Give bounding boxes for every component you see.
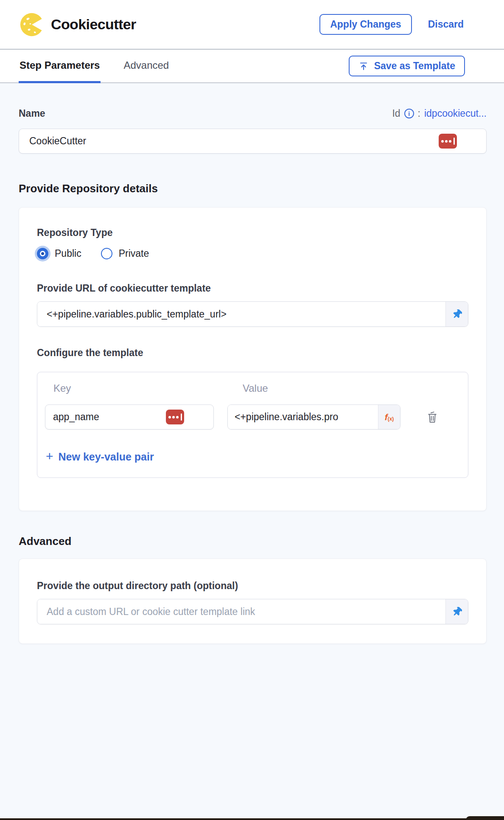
radio-public-label: Public <box>55 248 81 259</box>
radio-public[interactable]: Public <box>37 248 81 259</box>
key-input[interactable] <box>45 404 214 430</box>
header-actions: Apply Changes Discard <box>319 14 464 35</box>
upload-icon <box>358 61 369 71</box>
key-input-wrap <box>45 404 214 430</box>
output-directory-input[interactable] <box>37 599 445 624</box>
name-row: Name Id i : idpcookiecut... <box>19 108 487 119</box>
output-directory-input-group <box>37 599 468 624</box>
password-manager-icon[interactable] <box>439 134 457 149</box>
configure-template-label: Configure the template <box>37 347 468 359</box>
id-label: Id <box>392 108 400 119</box>
password-manager-icon[interactable] <box>166 410 184 424</box>
template-url-input[interactable] <box>37 302 445 326</box>
new-key-value-pair-button[interactable]: + New key-value pair <box>45 451 154 463</box>
screen-bottom-artifact <box>0 818 504 820</box>
key-value-table: Key Value f(x) <box>37 372 468 478</box>
name-input-wrap <box>19 129 487 154</box>
step-parameters-panel: Name Id i : idpcookiecut... Provide Repo… <box>0 108 504 644</box>
repository-type-label: Repository Type <box>37 227 468 239</box>
template-url-label: Provide URL of cookiecutter template <box>37 283 468 294</box>
id-info-icon[interactable]: i <box>404 109 414 118</box>
save-as-template-label: Save as Template <box>374 60 455 72</box>
value-input-group: f(x) <box>227 404 400 430</box>
key-column-header: Key <box>45 382 214 394</box>
tab-step-parameters[interactable]: Step Parameters <box>19 50 101 83</box>
expression-fx-button[interactable]: f(x) <box>378 405 400 429</box>
advanced-heading: Advanced <box>19 535 487 548</box>
template-url-input-group <box>37 301 468 327</box>
radio-private[interactable]: Private <box>101 248 149 259</box>
new-key-value-pair-label: New key-value pair <box>59 451 154 463</box>
repository-type-radio-group: Public Private <box>37 248 468 259</box>
key-value-row: f(x) <box>45 404 460 430</box>
repository-details-card: Repository Type Public Private Provide U… <box>19 207 487 511</box>
id-value-link[interactable]: idpcookiecut... <box>424 108 487 119</box>
name-input[interactable] <box>19 129 487 154</box>
radio-public-icon[interactable] <box>37 248 48 259</box>
fx-icon: f <box>385 412 388 422</box>
plus-icon: + <box>46 450 53 463</box>
value-column-header: Value <box>214 382 268 394</box>
template-url-pin-button[interactable] <box>445 302 468 326</box>
advanced-card: Provide the output directory path (optio… <box>19 559 487 644</box>
tab-advanced[interactable]: Advanced <box>123 50 170 83</box>
repository-details-heading: Provide Repository details <box>19 182 487 195</box>
step-id-group: Id i : idpcookiecut... <box>392 108 487 119</box>
radio-private-label: Private <box>119 248 149 259</box>
cookiecutter-logo-icon <box>20 12 44 37</box>
pin-icon <box>452 309 462 319</box>
name-label: Name <box>19 108 45 119</box>
trash-icon <box>426 410 438 424</box>
pin-icon <box>452 607 462 617</box>
output-directory-label: Provide the output directory path (optio… <box>37 580 468 592</box>
output-directory-pin-button[interactable] <box>445 599 468 624</box>
delete-row-button[interactable] <box>426 410 438 424</box>
header-title-group: Cookiecutter <box>20 12 136 37</box>
header: Cookiecutter Apply Changes Discard <box>0 0 504 50</box>
page-title: Cookiecutter <box>51 16 136 33</box>
discard-button[interactable]: Discard <box>428 19 464 30</box>
save-as-template-button[interactable]: Save as Template <box>349 56 465 76</box>
key-value-headers: Key Value <box>45 382 460 394</box>
id-separator: : <box>418 108 420 119</box>
radio-private-icon[interactable] <box>101 248 112 259</box>
apply-changes-button[interactable]: Apply Changes <box>319 14 412 35</box>
tab-bar: Step Parameters Advanced Save as Templat… <box>0 50 504 83</box>
value-input[interactable] <box>228 405 378 429</box>
